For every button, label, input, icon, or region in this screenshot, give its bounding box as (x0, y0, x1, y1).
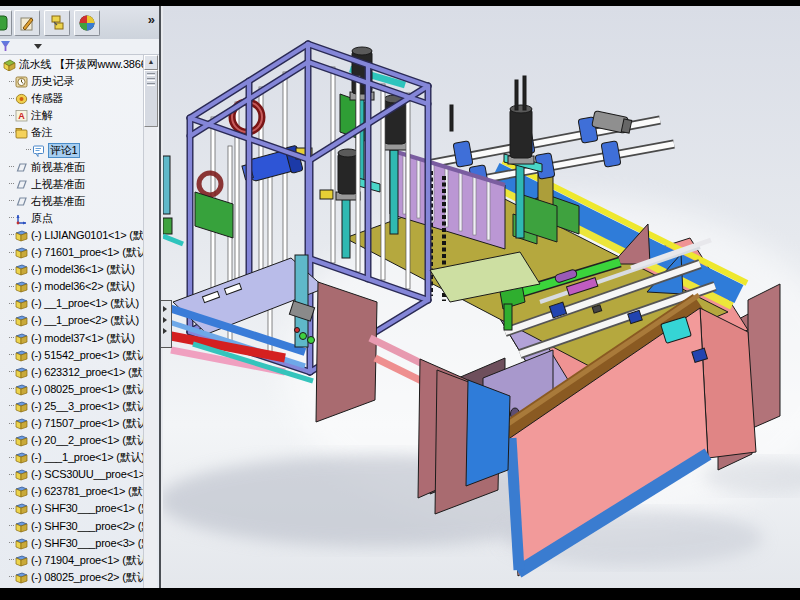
tree-item[interactable]: (-) 71904_proe<1> (默认) (0, 552, 146, 569)
part-icon (15, 554, 28, 567)
tree-connector (9, 474, 14, 476)
panel-splitter-handle[interactable] (161, 300, 172, 348)
tree-connector (9, 388, 14, 390)
solidworks-window: » 流水线 【开拔网www.386600.com】历史记录传感器A注解备注评论1… (0, 6, 800, 588)
tree-item-label: 注解 (31, 109, 53, 122)
tree-item-label: 流水线 【开拔网www.386600.com】 (19, 58, 146, 71)
tree-item[interactable]: 上视基准面 (0, 176, 146, 193)
tree-connector (9, 98, 14, 100)
tree-item[interactable]: (-) SHF30___proe<1> (默认) (0, 500, 146, 517)
tree-connector (9, 200, 14, 202)
part-icon (15, 520, 28, 533)
tree-connector (9, 234, 14, 236)
tree-item[interactable]: (-) SCS30UU__proe<1> (默认) (0, 466, 146, 483)
tree-item[interactable]: (-) 623781_proe<1> (默认) (0, 483, 146, 500)
featuremanager-panel: » 流水线 【开拔网www.386600.com】历史记录传感器A注解备注评论1… (0, 6, 161, 588)
tree-item-label: (-) 71601_proe<1> (默认) (31, 246, 146, 259)
tree-item-label: (-) LIJIANG0101<1> (默认) (31, 229, 146, 242)
tree-item-label: 原点 (31, 212, 53, 225)
tree-item[interactable]: (-) 08025_proe<1> (默认) (0, 381, 146, 398)
tree-item[interactable]: (-) 25__3_proe<1> (默认) (0, 398, 146, 415)
part-icon (15, 400, 28, 413)
tree-item[interactable]: 右视基准面 (0, 193, 146, 210)
tree-connector (9, 508, 14, 510)
part-icon (15, 417, 28, 430)
tree-item[interactable]: (-) LIJIANG0101<1> (默认) (0, 227, 146, 244)
tree-item[interactable]: (-) 51542_proe<1> (默认) (0, 347, 146, 364)
comment-icon (32, 144, 45, 157)
tree-connector (9, 252, 14, 254)
tree-connector (9, 354, 14, 356)
tree-item[interactable]: (-) model36<1> (默认) (0, 261, 146, 278)
tree-item[interactable]: 传感器 (0, 90, 146, 107)
tree-item-label: (-) ___1_proe<1> (默认) (31, 451, 145, 464)
folder-icon (15, 126, 28, 139)
tree-item[interactable]: 前视基准面 (0, 159, 146, 176)
svg-text:A: A (18, 111, 25, 121)
tree-connector (9, 303, 14, 305)
scroll-thumb[interactable] (144, 70, 158, 127)
tree-connector (9, 81, 14, 83)
hanging-door-panel (316, 282, 377, 422)
blue-side-panel (466, 380, 510, 486)
tree-item[interactable]: (-) model37<1> (默认) (0, 330, 146, 347)
part-icon (15, 451, 28, 464)
tree-connector (9, 166, 14, 168)
tree-item-label: (-) __1_proe<1> (默认) (31, 297, 139, 310)
featuremanager-tab[interactable] (0, 10, 12, 36)
tree-scrollbar[interactable]: ▲ (143, 55, 157, 588)
tree-item[interactable]: A注解 (0, 107, 146, 124)
tree-item[interactable]: 评论1 (0, 141, 146, 158)
filter-row (0, 39, 159, 55)
tree-item[interactable]: (-) 71601_proe<1> (默认) (0, 244, 146, 261)
tree-item-label: (-) 20__2_proe<1> (默认) (31, 434, 146, 447)
assembly-icon (3, 58, 16, 71)
tree-item-label: (-) 08025_proe<1> (默认) (31, 383, 146, 396)
part-icon (15, 229, 28, 242)
tree-item-label: (-) 71507_proe<1> (默认) (31, 417, 146, 430)
tree-item-label: 历史记录 (31, 75, 74, 88)
tree-item[interactable]: (-) 71507_proe<1> (默认) (0, 415, 146, 432)
assembly-3d-model (163, 6, 800, 588)
tree-item[interactable]: 流水线 【开拔网www.386600.com】 (0, 56, 146, 73)
tree-connector (9, 132, 14, 134)
tree-item[interactable]: 原点 (0, 210, 146, 227)
tree-item[interactable]: 备注 (0, 124, 146, 141)
tree-item[interactable]: (-) SHF30___proe<3> (默认) (0, 535, 146, 552)
tree-item[interactable]: (-) 623312_proe<1> (默认) (0, 364, 146, 381)
part-icon (15, 280, 28, 293)
tree-item[interactable]: (-) 08025_proe<2> (默认) (0, 569, 146, 586)
tree-connector (9, 542, 14, 544)
tree-item[interactable]: 历史记录 (0, 73, 146, 90)
tree-item-label: 传感器 (31, 92, 63, 105)
annotations-icon: A (15, 109, 28, 122)
displaymanager-tab[interactable] (74, 10, 100, 36)
configurationmanager-tab[interactable] (44, 10, 70, 36)
tree-item[interactable]: (-) model36<2> (默认) (0, 278, 146, 295)
tree-connector (9, 559, 14, 561)
part-icon (15, 366, 28, 379)
tree-connector (9, 457, 14, 459)
plane-icon (15, 195, 28, 208)
filter-dropdown-icon[interactable] (34, 44, 42, 49)
tree-connector (9, 320, 14, 322)
viewport-3d[interactable] (163, 6, 800, 588)
origin-icon (15, 212, 28, 225)
filter-icon (1, 41, 10, 51)
part-icon (15, 434, 28, 447)
panel-overflow-chevron[interactable]: » (148, 12, 155, 27)
tree-item[interactable]: (-) __1_proe<1> (默认) (0, 295, 146, 312)
tree-item-label: 评论1 (48, 143, 80, 158)
tree-item[interactable]: (-) SHF30___proe<2> (默认) (0, 518, 146, 535)
scroll-up-button[interactable]: ▲ (144, 55, 158, 70)
displaymanager-icon (78, 14, 96, 32)
tree-connector (9, 440, 14, 442)
part-icon (15, 246, 28, 259)
tree-item-label: (-) SCS30UU__proe<1> (默认) (31, 468, 146, 481)
propertymanager-tab[interactable] (14, 10, 40, 36)
tree-item[interactable]: (-) 20__2_proe<1> (默认) (0, 432, 146, 449)
tree-connector (9, 115, 14, 117)
tree-item[interactable]: (-) __1_proe<2> (默认) (0, 312, 146, 329)
tree-item[interactable]: (-) ___1_proe<1> (默认) (0, 449, 146, 466)
part-icon (15, 383, 28, 396)
